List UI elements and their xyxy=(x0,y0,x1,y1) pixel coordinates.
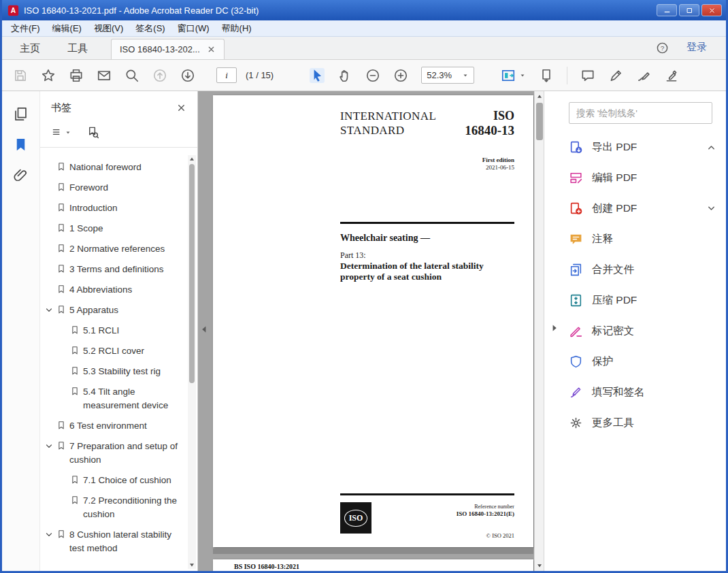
minimize-button[interactable] xyxy=(657,4,677,16)
bookmark-label: Foreword xyxy=(67,181,108,195)
bookmark-ribbon-icon xyxy=(70,346,80,355)
tool-item[interactable]: 合并文件 xyxy=(569,255,716,285)
help-icon[interactable]: ? xyxy=(656,42,669,54)
document-scrollbar[interactable] xyxy=(534,91,544,571)
page-number-input[interactable] xyxy=(216,67,237,83)
menu-item[interactable]: 签名(S) xyxy=(129,20,171,36)
scroll-down-icon[interactable] xyxy=(536,562,543,569)
close-panel-icon[interactable] xyxy=(176,103,186,113)
tools-search-input[interactable] xyxy=(569,102,712,124)
navigation-rail xyxy=(2,91,40,571)
tool-item[interactable]: 导出 PDF xyxy=(569,132,716,163)
close-button[interactable] xyxy=(701,4,722,16)
tool-item[interactable]: 编辑 PDF xyxy=(569,163,716,193)
scroll-up-icon[interactable] xyxy=(188,156,195,163)
scrollbar-thumb[interactable] xyxy=(536,103,543,140)
chevron-down-icon[interactable] xyxy=(706,203,716,214)
tool-label: 压缩 PDF xyxy=(592,293,697,308)
menu-item[interactable]: 编辑(E) xyxy=(46,20,88,36)
scroll-up-icon[interactable] xyxy=(536,93,543,100)
bookmark-item[interactable]: 5.1 RCLI xyxy=(58,321,186,341)
scroll-mode-icon[interactable] xyxy=(539,68,554,83)
edition-info: First edition 2021-06-15 xyxy=(482,157,514,171)
bookmark-item[interactable]: 3 Terms and definitions xyxy=(44,259,186,280)
signin-button[interactable]: 登录 xyxy=(686,41,707,54)
bookmark-item[interactable]: 8 Cushion lateral stability test method xyxy=(44,525,186,559)
menu-item[interactable]: 窗口(W) xyxy=(171,20,216,36)
document-area[interactable]: INTERNATIONAL STANDARD ISO 16840-13 Firs… xyxy=(198,91,544,571)
bookmark-label: 7.2 Preconditioning the cushion xyxy=(81,494,186,521)
hand-tool-icon[interactable] xyxy=(337,68,352,83)
tool-label: 填写和签名 xyxy=(592,385,697,399)
menu-item[interactable]: 视图(V) xyxy=(88,20,129,36)
zoom-level-select[interactable]: 52.3% xyxy=(421,67,474,84)
highlight-icon[interactable] xyxy=(608,68,623,83)
tool-item[interactable]: 注释 xyxy=(569,224,716,255)
chevron-down-icon[interactable] xyxy=(44,306,54,315)
scrollbar-thumb[interactable] xyxy=(189,164,195,383)
bookmark-item[interactable]: 5.2 RCLI cover xyxy=(58,341,186,361)
tool-item[interactable]: 更多工具 xyxy=(569,408,716,438)
print-icon[interactable] xyxy=(69,68,84,83)
bookmark-item[interactable]: 5.3 Stability test rig xyxy=(58,361,186,382)
tab-tools[interactable]: 工具 xyxy=(54,37,101,59)
tab-document[interactable]: ISO 16840-13-202... xyxy=(111,39,225,59)
paperclip-icon[interactable] xyxy=(13,167,29,183)
tool-item[interactable]: 标记密文 xyxy=(569,316,716,346)
bookmark-item[interactable]: 5 Apparatus xyxy=(44,300,186,321)
maximize-button[interactable] xyxy=(679,4,699,16)
bookmark-label: 5.1 RCLI xyxy=(81,324,119,338)
bookmark-item[interactable]: Introduction xyxy=(44,198,186,218)
stamp-icon[interactable] xyxy=(664,68,679,83)
bookmark-ribbon-icon xyxy=(70,325,80,335)
bookmark-item[interactable]: Foreword xyxy=(44,178,186,198)
bookmark-item[interactable]: 7 Preparation and setup of cushion xyxy=(44,436,186,470)
toolbar-separator xyxy=(567,67,567,84)
bookmark-ribbon-icon xyxy=(56,529,66,539)
menu-item[interactable]: 帮助(H) xyxy=(216,20,258,36)
svg-text:A: A xyxy=(11,7,16,14)
tab-home[interactable]: 主页 xyxy=(6,37,54,59)
zoom-in-icon[interactable] xyxy=(393,68,408,83)
share-icon[interactable] xyxy=(152,68,167,83)
download-arrow-icon[interactable] xyxy=(180,68,195,83)
star-icon[interactable] xyxy=(41,68,56,83)
zoom-out-icon[interactable] xyxy=(365,68,380,83)
bookmark-options-button[interactable] xyxy=(51,127,71,138)
bookmark-item[interactable]: 4 Abbreviations xyxy=(44,280,186,300)
bookmarks-scrollbar[interactable] xyxy=(188,155,196,569)
chevron-down-icon[interactable] xyxy=(44,530,54,540)
comment-icon xyxy=(569,232,583,246)
save-icon[interactable] xyxy=(13,68,28,83)
menu-item[interactable]: 文件(F) xyxy=(5,20,46,36)
bookmark-item[interactable]: National foreword xyxy=(44,157,186,178)
bookmark-item[interactable]: 2 Normative references xyxy=(44,239,186,259)
bookmark-item[interactable]: 7.2 Preconditioning the cushion xyxy=(58,491,186,525)
page-fit-icon[interactable] xyxy=(501,68,516,83)
select-tool-icon[interactable] xyxy=(310,68,325,83)
bookmark-item[interactable]: 1 Scope xyxy=(44,218,186,239)
chevron-down-icon[interactable] xyxy=(44,442,54,451)
find-bookmark-icon[interactable] xyxy=(86,126,99,139)
scroll-down-icon[interactable] xyxy=(188,561,195,568)
bookmark-item[interactable]: 7.1 Choice of cushion xyxy=(58,470,186,491)
email-icon[interactable] xyxy=(97,68,112,83)
comment-tool-icon[interactable] xyxy=(580,68,595,83)
search-icon[interactable] xyxy=(125,68,139,83)
bookmark-ribbon-icon xyxy=(56,223,66,233)
collapse-left-icon[interactable] xyxy=(199,323,209,336)
bookmark-label: 5.2 RCLI cover xyxy=(81,344,144,358)
pages-icon[interactable] xyxy=(13,106,29,122)
tool-item[interactable]: 压缩 PDF xyxy=(569,285,716,316)
tab-close-icon[interactable] xyxy=(207,45,216,54)
tool-item[interactable]: 保护 xyxy=(569,346,716,377)
tool-item[interactable]: 创建 PDF xyxy=(569,193,716,224)
chevron-up-icon[interactable] xyxy=(706,142,716,152)
tool-item[interactable]: 填写和签名 xyxy=(569,377,716,408)
bookmark-item[interactable]: 6 Test environment xyxy=(44,416,186,436)
bookmark-item[interactable]: 5.4 Tilt angle measurement device xyxy=(58,382,186,416)
collapse-right-icon[interactable] xyxy=(550,321,559,335)
bookmarks-rail-icon[interactable] xyxy=(13,137,29,152)
caret-down-icon[interactable] xyxy=(519,72,526,79)
sign-icon[interactable] xyxy=(636,68,651,83)
